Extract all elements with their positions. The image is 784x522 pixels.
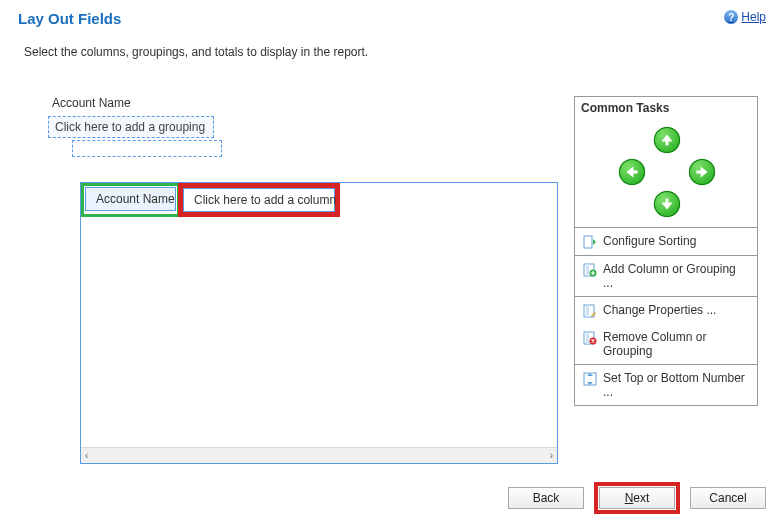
scroll-left-icon[interactable]: ‹ [81,450,92,461]
remove-column-icon [583,331,597,345]
grouping-field-label: Account Name [52,96,558,110]
sort-icon [583,235,597,249]
help-link[interactable]: ? Help [724,10,766,24]
change-properties-label: Change Properties ... [603,303,716,317]
arrow-down-icon [660,197,674,211]
page-title: Lay Out Fields [18,10,121,27]
add-column-icon [583,263,597,277]
move-nav-pad [575,119,757,227]
properties-icon [583,304,597,318]
arrow-up-icon [660,133,674,147]
set-top-bottom-label: Set Top or Bottom Number ... [603,371,749,399]
instruction-text: Select the columns, groupings, and total… [0,27,784,59]
arrow-right-icon [695,165,709,179]
horizontal-scrollbar[interactable]: ‹ › [81,447,557,463]
top-bottom-icon [583,372,597,386]
arrow-left-icon [625,165,639,179]
set-top-bottom-link[interactable]: Set Top or Bottom Number ... [575,365,757,405]
add-column-link[interactable]: Add Column or Grouping ... [575,256,757,296]
back-button[interactable]: Back [508,487,584,509]
help-label: Help [741,10,766,24]
column-highlight-red: Click here to add a column [178,183,340,217]
remove-column-label: Remove Column or Grouping [603,330,749,358]
cancel-button[interactable]: Cancel [690,487,766,509]
configure-sorting-label: Configure Sorting [603,234,696,248]
move-down-button[interactable] [654,191,680,217]
remove-column-link[interactable]: Remove Column or Grouping [575,324,757,364]
next-button[interactable]: Next [599,487,675,509]
column-header-account-name[interactable]: Account Name [85,187,176,211]
add-grouping-placeholder[interactable]: Click here to add a grouping [48,116,214,138]
move-right-button[interactable] [689,159,715,185]
move-left-button[interactable] [619,159,645,185]
next-button-highlight: Next [594,482,680,514]
move-up-button[interactable] [654,127,680,153]
change-properties-link[interactable]: Change Properties ... [575,297,757,324]
help-icon: ? [724,10,738,24]
add-column-label: Add Column or Grouping ... [603,262,749,290]
layout-canvas: Account Name Click here to add a column … [80,182,558,464]
scroll-right-icon[interactable]: › [546,450,557,461]
svg-rect-5 [586,305,589,317]
configure-sorting-link[interactable]: Configure Sorting [575,228,757,255]
add-column-placeholder[interactable]: Click here to add a column [183,188,335,212]
grouping-sub-slot[interactable] [72,140,222,157]
svg-rect-2 [586,264,589,276]
common-tasks-title: Common Tasks [575,97,757,119]
column-highlight-green: Account Name [81,183,180,217]
svg-rect-0 [584,236,592,248]
svg-rect-7 [586,332,589,344]
